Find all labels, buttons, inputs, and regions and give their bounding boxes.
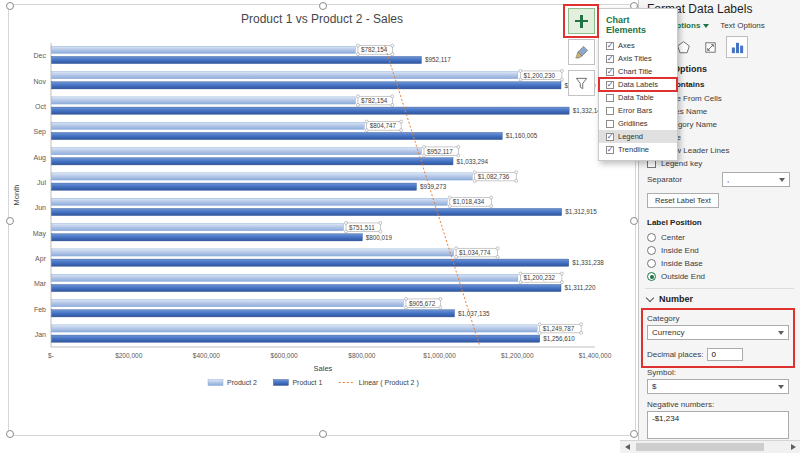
chart-resize-handle[interactable] — [6, 430, 14, 438]
legend-swatch-product2[interactable] — [208, 380, 223, 386]
size-properties-icon[interactable] — [699, 36, 721, 58]
bar-product1[interactable] — [52, 82, 562, 89]
bar-product1[interactable] — [52, 310, 455, 317]
flyout-item-trendline[interactable]: ✓Trendline — [599, 143, 677, 156]
selection-handle — [455, 247, 458, 250]
bar-product1[interactable] — [52, 234, 363, 241]
selection-handle — [490, 196, 493, 199]
chart-styles-button[interactable] — [568, 39, 595, 65]
flyout-item-legend[interactable]: ✓Legend — [599, 130, 677, 143]
data-label-product1: $952,117 — [425, 56, 451, 63]
radio-inside-base[interactable]: Inside Base — [647, 257, 705, 270]
data-label-product1: $1,160,005 — [506, 132, 538, 139]
chart-filters-button[interactable] — [568, 70, 595, 96]
selection-handle — [473, 171, 476, 174]
bar-product1[interactable] — [52, 132, 503, 139]
bar-product2[interactable] — [52, 173, 473, 180]
flyout-item-data-labels[interactable]: ✓Data Labels — [599, 78, 677, 91]
negative-number-option[interactable]: -$1,234 — [648, 412, 788, 425]
y-tick-label: Oct — [35, 103, 46, 110]
radio-outside-end[interactable]: Outside End — [647, 270, 705, 283]
radio-label: Inside Base — [661, 259, 703, 268]
horizontal-scrollbar[interactable] — [620, 440, 800, 453]
selection-handle — [400, 120, 403, 123]
separator-label: Separator — [647, 175, 682, 184]
chart-resize-handle[interactable] — [630, 430, 638, 438]
selection-handle — [560, 69, 563, 72]
radio-inside-end[interactable]: Inside End — [647, 244, 705, 257]
legend-label-trendline[interactable]: Linear ( Product 2 ) — [359, 379, 419, 387]
flyout-item-axes[interactable]: ✓Axes — [599, 39, 677, 52]
data-label-product2: $751,511 — [349, 224, 375, 231]
bar-product2[interactable] — [52, 198, 448, 205]
category-select[interactable]: Currency — [647, 325, 789, 340]
selection-handle — [580, 323, 583, 326]
bar-product2[interactable] — [52, 46, 356, 53]
chart-elements-button[interactable] — [568, 8, 595, 34]
flyout-item-error-bars[interactable]: Error Bars — [599, 104, 677, 117]
checkbox-icon — [606, 120, 614, 128]
flyout-item-axis-titles[interactable]: ✓Axis Titles — [599, 52, 677, 65]
bar-product2[interactable] — [52, 97, 356, 104]
symbol-select[interactable]: $ — [647, 379, 789, 394]
checkbox-icon — [606, 107, 614, 115]
bar-product1[interactable] — [52, 335, 540, 342]
flyout-item-chart-title[interactable]: ✓Chart Title — [599, 65, 677, 78]
bar-product1[interactable] — [52, 183, 417, 190]
selection-handle — [457, 154, 460, 157]
chart-resize-handle[interactable] — [319, 2, 327, 10]
reset-label-text-button[interactable]: Reset Label Text — [647, 193, 719, 208]
label-position-options: CenterInside EndInside BaseOutside End — [647, 231, 705, 283]
selection-handle — [379, 221, 382, 224]
bar-product1[interactable] — [52, 208, 562, 215]
radio-label: Center — [661, 233, 685, 242]
bar-product2[interactable] — [52, 72, 518, 79]
flyout-item-label: Data Table — [618, 93, 654, 102]
bar-product1[interactable] — [52, 158, 454, 165]
negative-numbers-listbox[interactable]: -$1,234 — [647, 411, 789, 439]
bar-product2[interactable] — [52, 300, 404, 307]
selection-handle — [422, 154, 425, 157]
radio-center[interactable]: Center — [647, 231, 705, 244]
selection-handle — [515, 179, 518, 182]
selection-handle — [391, 44, 394, 47]
bar-product1[interactable] — [52, 284, 562, 291]
legend-label-product1[interactable]: Product 1 — [292, 379, 322, 386]
data-label-product1: $1,037,135 — [458, 310, 490, 317]
scroll-right-button[interactable] — [786, 441, 800, 453]
chart-resize-handle[interactable] — [319, 430, 327, 438]
bar-product2[interactable] — [52, 325, 538, 332]
flyout-item-gridlines[interactable]: Gridlines — [599, 117, 677, 130]
bar-product1[interactable] — [52, 107, 570, 114]
selection-handle — [439, 297, 442, 300]
checkbox-icon: ✓ — [606, 68, 614, 76]
chart-resize-handle[interactable] — [6, 217, 14, 225]
chart-plot-area: $-$200,000$400,000$600,000$800,000$1,000… — [9, 27, 635, 435]
selection-handle — [345, 221, 348, 224]
label-options-icon[interactable] — [726, 36, 748, 58]
bar-product2[interactable] — [52, 122, 365, 129]
flyout-item-data-table[interactable]: Data Table — [599, 91, 677, 104]
bar-product2[interactable] — [52, 274, 518, 281]
bar-product1[interactable] — [52, 56, 422, 63]
section-number[interactable]: Number — [647, 294, 693, 304]
data-label-product2: $1,249,787 — [543, 325, 575, 332]
bar-product2[interactable] — [52, 249, 454, 256]
chart-resize-handle[interactable] — [6, 2, 14, 10]
bar-product1[interactable] — [52, 259, 569, 266]
selection-handle — [519, 78, 522, 81]
chart-object[interactable]: Product 1 vs Product 2 - Sales $-$200,00… — [8, 4, 636, 436]
separator-select[interactable]: , — [722, 172, 790, 187]
legend-label-product2[interactable]: Product 2 — [227, 379, 257, 386]
flyout-title: Chart Elements — [599, 13, 677, 39]
tab-text-options[interactable]: Text Options — [720, 21, 764, 30]
selection-handle — [560, 281, 563, 284]
chart-resize-handle[interactable] — [630, 217, 638, 225]
x-tick-label: $1,200,000 — [501, 352, 534, 359]
bar-product2[interactable] — [52, 224, 344, 231]
bar-product2[interactable] — [52, 148, 422, 155]
scroll-left-button[interactable] — [620, 441, 634, 453]
scrollbar-thumb[interactable] — [636, 443, 764, 451]
decimal-places-input[interactable] — [707, 348, 743, 361]
legend-swatch-product1[interactable] — [273, 380, 288, 386]
